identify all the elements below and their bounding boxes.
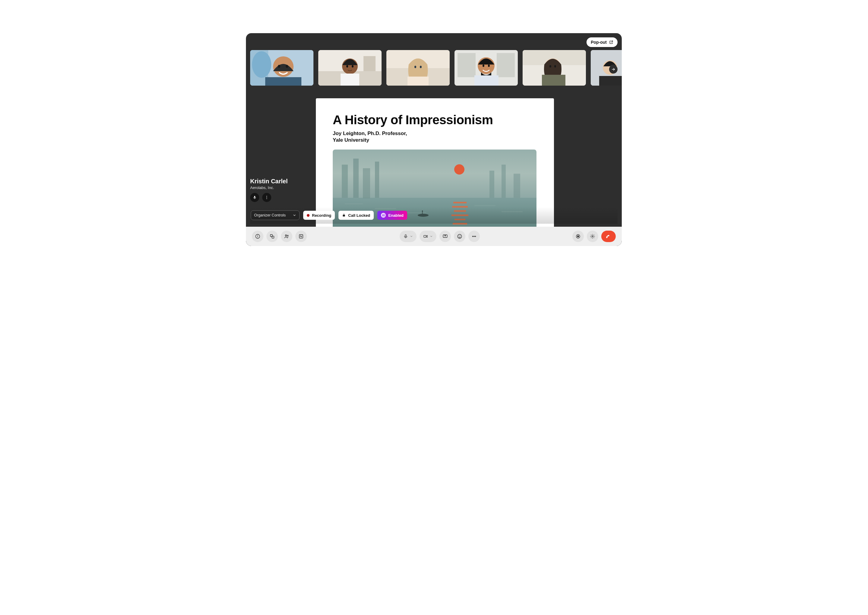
recording-chip[interactable]: Recording — [303, 211, 335, 220]
popout-icon — [609, 40, 613, 44]
participants-scroll-next-button[interactable] — [609, 65, 617, 73]
svg-point-84 — [577, 236, 579, 237]
activity-icon — [298, 234, 304, 239]
chevron-down-icon — [410, 235, 413, 238]
presenter-more-button[interactable] — [262, 193, 271, 202]
svg-point-81 — [474, 236, 474, 237]
recording-chip-label: Recording — [312, 213, 331, 218]
ai-enabled-chip-label: Enabled — [388, 213, 404, 218]
svg-rect-45 — [514, 174, 520, 198]
svg-point-61 — [266, 196, 267, 197]
reactions-button[interactable] — [454, 231, 465, 242]
slide-byline-line: Yale University — [333, 137, 537, 144]
svg-point-77 — [458, 234, 462, 239]
info-icon — [255, 234, 260, 239]
organizer-controls-dropdown[interactable]: Organizer Controls — [251, 211, 299, 220]
svg-rect-40 — [353, 159, 358, 198]
svg-point-25 — [483, 64, 484, 67]
svg-point-18 — [420, 66, 422, 68]
svg-rect-36 — [599, 76, 622, 86]
bottom-toolbar — [246, 227, 622, 246]
slide-title: A History of Impressionism — [333, 113, 537, 127]
svg-rect-24 — [474, 75, 499, 86]
video-call-window: Pop-out — [246, 33, 622, 246]
svg-point-2 — [252, 51, 271, 78]
chevron-down-icon — [293, 214, 296, 217]
more-button[interactable] — [468, 231, 480, 242]
slide-byline: Joy Leighton, Ph.D. Professor, Yale Univ… — [333, 130, 537, 144]
layout-icon — [270, 234, 275, 239]
popout-label: Pop-out — [591, 40, 607, 45]
camera-icon — [423, 234, 428, 239]
participant-tile[interactable] — [386, 50, 450, 86]
toolbar-left-group — [252, 231, 307, 242]
svg-rect-41 — [363, 168, 370, 198]
layout-button[interactable] — [266, 231, 278, 242]
svg-point-5 — [278, 65, 280, 68]
svg-rect-39 — [342, 165, 348, 198]
svg-rect-22 — [497, 53, 515, 77]
svg-point-32 — [554, 65, 556, 67]
participant-tile[interactable] — [250, 50, 313, 86]
svg-marker-75 — [426, 236, 427, 237]
svg-rect-74 — [424, 236, 426, 237]
svg-point-26 — [488, 64, 490, 67]
svg-point-80 — [472, 236, 473, 237]
svg-point-62 — [266, 197, 267, 198]
participant-tile[interactable] — [318, 50, 382, 86]
svg-rect-60 — [254, 199, 255, 199]
svg-point-70 — [287, 235, 288, 236]
ai-enabled-chip[interactable]: AI Enabled — [377, 211, 407, 220]
status-row: Organizer Controls Recording Call Locked… — [250, 207, 617, 224]
svg-rect-44 — [502, 165, 506, 198]
svg-point-46 — [454, 164, 464, 175]
popout-button[interactable]: Pop-out — [586, 37, 617, 47]
participant-tile[interactable] — [523, 50, 586, 86]
phone-hangup-icon — [606, 233, 611, 239]
svg-rect-4 — [265, 77, 301, 86]
arrow-right-icon — [611, 67, 616, 72]
presenter-org: Aerolabs, Inc. — [250, 186, 288, 190]
record-toggle-button[interactable] — [572, 231, 584, 242]
svg-point-82 — [475, 236, 475, 237]
record-dot-icon — [307, 214, 310, 217]
smile-icon — [457, 234, 462, 239]
svg-point-6 — [286, 65, 288, 68]
svg-point-13 — [352, 65, 354, 67]
svg-point-12 — [346, 65, 348, 67]
svg-rect-21 — [458, 53, 475, 77]
chevron-down-icon — [430, 235, 433, 238]
svg-rect-72 — [405, 234, 406, 237]
settings-button[interactable] — [587, 231, 598, 242]
microphone-icon — [252, 195, 257, 200]
svg-rect-42 — [375, 162, 379, 198]
svg-rect-43 — [489, 171, 494, 198]
share-screen-button[interactable] — [439, 231, 451, 242]
svg-rect-9 — [363, 56, 376, 71]
hangup-button[interactable] — [601, 231, 616, 242]
toolbar-center-group — [400, 231, 480, 242]
participant-tile[interactable] — [455, 50, 518, 86]
svg-rect-30 — [542, 75, 566, 86]
svg-point-63 — [266, 198, 267, 199]
participants-button[interactable] — [281, 231, 292, 242]
svg-point-66 — [258, 236, 258, 236]
info-button[interactable] — [252, 231, 263, 242]
participant-strip — [250, 50, 622, 89]
record-icon — [575, 234, 581, 239]
microphone-toggle[interactable] — [400, 231, 416, 242]
call-locked-chip-label: Call Locked — [348, 213, 370, 218]
call-locked-chip[interactable]: Call Locked — [338, 211, 374, 220]
microphone-icon — [403, 234, 408, 239]
svg-point-85 — [592, 236, 594, 237]
presenter-mic-button[interactable] — [250, 193, 259, 202]
lock-icon — [342, 214, 346, 217]
svg-point-31 — [549, 65, 551, 67]
ai-badge-icon: AI — [381, 213, 386, 218]
presenter-name: Kristin Carlel — [250, 178, 288, 185]
more-horizontal-icon — [471, 234, 477, 239]
camera-toggle[interactable] — [419, 231, 436, 242]
share-screen-icon — [443, 234, 448, 239]
activity-button[interactable] — [295, 231, 307, 242]
people-icon — [284, 234, 289, 239]
